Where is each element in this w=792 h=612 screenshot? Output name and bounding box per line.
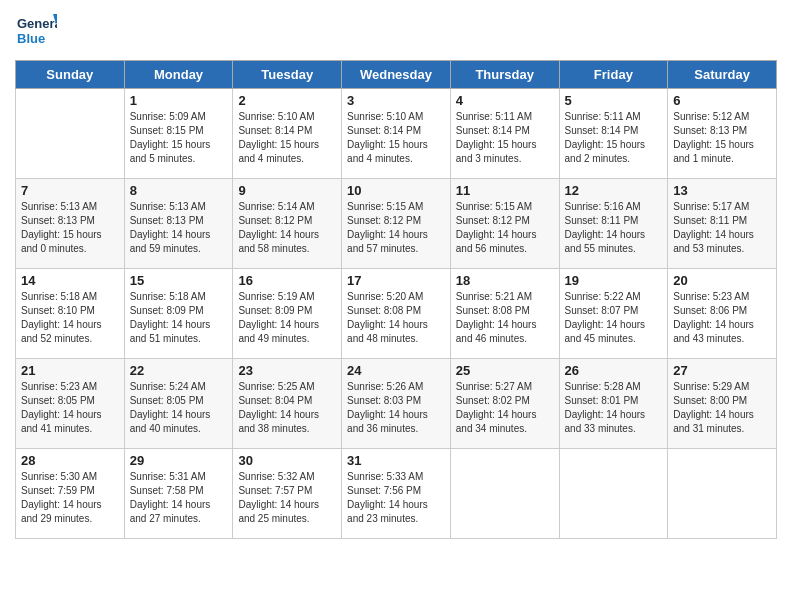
calendar-cell: 14Sunrise: 5:18 AM Sunset: 8:10 PM Dayli… <box>16 269 125 359</box>
calendar-cell: 5Sunrise: 5:11 AM Sunset: 8:14 PM Daylig… <box>559 89 668 179</box>
day-of-week-header: Friday <box>559 61 668 89</box>
day-info: Sunrise: 5:23 AM Sunset: 8:05 PM Dayligh… <box>21 380 119 436</box>
day-of-week-header: Sunday <box>16 61 125 89</box>
calendar-cell: 24Sunrise: 5:26 AM Sunset: 8:03 PM Dayli… <box>342 359 451 449</box>
calendar-cell: 1Sunrise: 5:09 AM Sunset: 8:15 PM Daylig… <box>124 89 233 179</box>
day-number: 20 <box>673 273 771 288</box>
calendar-cell: 30Sunrise: 5:32 AM Sunset: 7:57 PM Dayli… <box>233 449 342 539</box>
day-info: Sunrise: 5:13 AM Sunset: 8:13 PM Dayligh… <box>21 200 119 256</box>
day-number: 12 <box>565 183 663 198</box>
day-number: 30 <box>238 453 336 468</box>
calendar-cell: 11Sunrise: 5:15 AM Sunset: 8:12 PM Dayli… <box>450 179 559 269</box>
day-of-week-header: Tuesday <box>233 61 342 89</box>
calendar-table: SundayMondayTuesdayWednesdayThursdayFrid… <box>15 60 777 539</box>
day-number: 25 <box>456 363 554 378</box>
header-row: SundayMondayTuesdayWednesdayThursdayFrid… <box>16 61 777 89</box>
logo-icon: General Blue <box>15 10 57 52</box>
calendar-cell: 23Sunrise: 5:25 AM Sunset: 8:04 PM Dayli… <box>233 359 342 449</box>
day-info: Sunrise: 5:24 AM Sunset: 8:05 PM Dayligh… <box>130 380 228 436</box>
day-info: Sunrise: 5:17 AM Sunset: 8:11 PM Dayligh… <box>673 200 771 256</box>
day-info: Sunrise: 5:30 AM Sunset: 7:59 PM Dayligh… <box>21 470 119 526</box>
day-of-week-header: Saturday <box>668 61 777 89</box>
calendar-week-row: 28Sunrise: 5:30 AM Sunset: 7:59 PM Dayli… <box>16 449 777 539</box>
calendar-cell: 8Sunrise: 5:13 AM Sunset: 8:13 PM Daylig… <box>124 179 233 269</box>
day-number: 8 <box>130 183 228 198</box>
day-info: Sunrise: 5:15 AM Sunset: 8:12 PM Dayligh… <box>456 200 554 256</box>
day-info: Sunrise: 5:29 AM Sunset: 8:00 PM Dayligh… <box>673 380 771 436</box>
calendar-cell: 26Sunrise: 5:28 AM Sunset: 8:01 PM Dayli… <box>559 359 668 449</box>
calendar-cell: 4Sunrise: 5:11 AM Sunset: 8:14 PM Daylig… <box>450 89 559 179</box>
day-number: 7 <box>21 183 119 198</box>
day-info: Sunrise: 5:28 AM Sunset: 8:01 PM Dayligh… <box>565 380 663 436</box>
calendar-cell: 18Sunrise: 5:21 AM Sunset: 8:08 PM Dayli… <box>450 269 559 359</box>
day-number: 17 <box>347 273 445 288</box>
day-info: Sunrise: 5:23 AM Sunset: 8:06 PM Dayligh… <box>673 290 771 346</box>
day-info: Sunrise: 5:26 AM Sunset: 8:03 PM Dayligh… <box>347 380 445 436</box>
calendar-cell: 27Sunrise: 5:29 AM Sunset: 8:00 PM Dayli… <box>668 359 777 449</box>
day-number: 6 <box>673 93 771 108</box>
day-number: 18 <box>456 273 554 288</box>
day-number: 19 <box>565 273 663 288</box>
calendar-cell: 15Sunrise: 5:18 AM Sunset: 8:09 PM Dayli… <box>124 269 233 359</box>
calendar-cell: 29Sunrise: 5:31 AM Sunset: 7:58 PM Dayli… <box>124 449 233 539</box>
day-info: Sunrise: 5:09 AM Sunset: 8:15 PM Dayligh… <box>130 110 228 166</box>
svg-text:Blue: Blue <box>17 31 45 46</box>
calendar-cell: 9Sunrise: 5:14 AM Sunset: 8:12 PM Daylig… <box>233 179 342 269</box>
day-of-week-header: Monday <box>124 61 233 89</box>
svg-text:General: General <box>17 16 57 31</box>
day-info: Sunrise: 5:19 AM Sunset: 8:09 PM Dayligh… <box>238 290 336 346</box>
day-number: 1 <box>130 93 228 108</box>
day-info: Sunrise: 5:33 AM Sunset: 7:56 PM Dayligh… <box>347 470 445 526</box>
day-number: 21 <box>21 363 119 378</box>
calendar-cell: 13Sunrise: 5:17 AM Sunset: 8:11 PM Dayli… <box>668 179 777 269</box>
day-info: Sunrise: 5:22 AM Sunset: 8:07 PM Dayligh… <box>565 290 663 346</box>
calendar-cell: 6Sunrise: 5:12 AM Sunset: 8:13 PM Daylig… <box>668 89 777 179</box>
calendar-cell <box>16 89 125 179</box>
page: General Blue SundayMondayTuesdayWednesda… <box>0 0 792 549</box>
day-info: Sunrise: 5:25 AM Sunset: 8:04 PM Dayligh… <box>238 380 336 436</box>
day-info: Sunrise: 5:14 AM Sunset: 8:12 PM Dayligh… <box>238 200 336 256</box>
day-number: 13 <box>673 183 771 198</box>
day-number: 2 <box>238 93 336 108</box>
day-number: 11 <box>456 183 554 198</box>
calendar-cell: 25Sunrise: 5:27 AM Sunset: 8:02 PM Dayli… <box>450 359 559 449</box>
day-number: 10 <box>347 183 445 198</box>
calendar-cell: 12Sunrise: 5:16 AM Sunset: 8:11 PM Dayli… <box>559 179 668 269</box>
calendar-cell: 21Sunrise: 5:23 AM Sunset: 8:05 PM Dayli… <box>16 359 125 449</box>
day-number: 27 <box>673 363 771 378</box>
day-info: Sunrise: 5:31 AM Sunset: 7:58 PM Dayligh… <box>130 470 228 526</box>
day-info: Sunrise: 5:18 AM Sunset: 8:10 PM Dayligh… <box>21 290 119 346</box>
calendar-cell: 19Sunrise: 5:22 AM Sunset: 8:07 PM Dayli… <box>559 269 668 359</box>
calendar-cell <box>559 449 668 539</box>
day-number: 14 <box>21 273 119 288</box>
day-info: Sunrise: 5:27 AM Sunset: 8:02 PM Dayligh… <box>456 380 554 436</box>
day-number: 15 <box>130 273 228 288</box>
calendar-cell: 31Sunrise: 5:33 AM Sunset: 7:56 PM Dayli… <box>342 449 451 539</box>
day-info: Sunrise: 5:18 AM Sunset: 8:09 PM Dayligh… <box>130 290 228 346</box>
day-number: 4 <box>456 93 554 108</box>
day-info: Sunrise: 5:15 AM Sunset: 8:12 PM Dayligh… <box>347 200 445 256</box>
calendar-cell: 2Sunrise: 5:10 AM Sunset: 8:14 PM Daylig… <box>233 89 342 179</box>
calendar-cell <box>450 449 559 539</box>
header: General Blue <box>15 10 777 52</box>
day-of-week-header: Thursday <box>450 61 559 89</box>
day-number: 22 <box>130 363 228 378</box>
day-info: Sunrise: 5:13 AM Sunset: 8:13 PM Dayligh… <box>130 200 228 256</box>
calendar-week-row: 21Sunrise: 5:23 AM Sunset: 8:05 PM Dayli… <box>16 359 777 449</box>
day-info: Sunrise: 5:11 AM Sunset: 8:14 PM Dayligh… <box>456 110 554 166</box>
day-info: Sunrise: 5:11 AM Sunset: 8:14 PM Dayligh… <box>565 110 663 166</box>
calendar-week-row: 7Sunrise: 5:13 AM Sunset: 8:13 PM Daylig… <box>16 179 777 269</box>
day-info: Sunrise: 5:21 AM Sunset: 8:08 PM Dayligh… <box>456 290 554 346</box>
day-info: Sunrise: 5:10 AM Sunset: 8:14 PM Dayligh… <box>238 110 336 166</box>
calendar-week-row: 14Sunrise: 5:18 AM Sunset: 8:10 PM Dayli… <box>16 269 777 359</box>
day-info: Sunrise: 5:10 AM Sunset: 8:14 PM Dayligh… <box>347 110 445 166</box>
day-info: Sunrise: 5:32 AM Sunset: 7:57 PM Dayligh… <box>238 470 336 526</box>
day-number: 31 <box>347 453 445 468</box>
calendar-cell: 10Sunrise: 5:15 AM Sunset: 8:12 PM Dayli… <box>342 179 451 269</box>
calendar-cell: 16Sunrise: 5:19 AM Sunset: 8:09 PM Dayli… <box>233 269 342 359</box>
day-number: 29 <box>130 453 228 468</box>
day-number: 24 <box>347 363 445 378</box>
day-info: Sunrise: 5:20 AM Sunset: 8:08 PM Dayligh… <box>347 290 445 346</box>
day-info: Sunrise: 5:12 AM Sunset: 8:13 PM Dayligh… <box>673 110 771 166</box>
day-info: Sunrise: 5:16 AM Sunset: 8:11 PM Dayligh… <box>565 200 663 256</box>
